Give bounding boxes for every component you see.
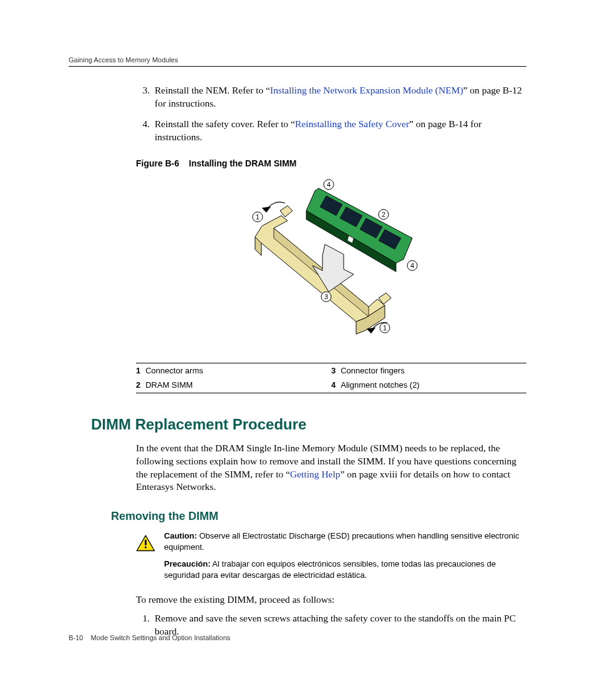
legend-4-num: 4 — [331, 378, 341, 393]
caution-es: Precaución: Al trabajar con equipos elec… — [164, 559, 526, 580]
svg-text:2: 2 — [382, 211, 385, 218]
link-nem[interactable]: Installing the Network Expansion Module … — [270, 85, 463, 95]
link-getting-help[interactable]: Getting Help — [290, 469, 341, 479]
legend-3-text: Connector fingers — [341, 363, 526, 378]
svg-marker-6 — [263, 207, 270, 212]
footer-page: B-10 — [69, 634, 83, 641]
running-head: Gaining Access to Memory Modules — [69, 56, 526, 64]
figure-number: Figure B-6 — [136, 158, 179, 168]
step-4: Reinstall the safety cover. Refer to “Re… — [152, 118, 526, 144]
remove-dimm-leadin: To remove the existing DIMM, proceed as … — [136, 593, 526, 607]
caution-triangle-icon — [136, 530, 155, 557]
legend-1-num: 1 — [136, 363, 145, 378]
step-3-pre: Reinstall the NEM. Refer to “ — [155, 85, 270, 95]
step-4-pre: Reinstall the safety cover. Refer to “ — [155, 118, 295, 129]
caution-en: Caution: Observe all Electrostatic Disch… — [164, 530, 526, 552]
section-title: DIMM Replacement Procedure — [91, 416, 526, 433]
caution-label: Caution: — [164, 531, 197, 540]
svg-text:4: 4 — [327, 181, 331, 188]
footer-label: Mode Switch Settings and Option Installa… — [90, 634, 230, 641]
svg-rect-30 — [145, 547, 147, 549]
header-rule — [69, 66, 526, 67]
legend-3-num: 3 — [331, 363, 341, 378]
legend-1-text: Connector arms — [145, 363, 331, 378]
caution-block: Caution: Observe all Electrostatic Disch… — [136, 530, 526, 587]
caution-body: Observe all Electrostatic Discharge (ESD… — [164, 531, 519, 552]
step-3: Reinstall the NEM. Refer to “Installing … — [152, 84, 526, 110]
svg-text:3: 3 — [324, 293, 328, 300]
precaucion-body: Al trabajar con equipos electrónicos sen… — [164, 559, 496, 580]
legend-2-num: 2 — [136, 378, 145, 393]
svg-marker-4 — [280, 206, 293, 217]
legend-2-text: DRAM SIMM — [145, 378, 331, 393]
svg-marker-7 — [367, 328, 375, 333]
legend-4-text: Alignment notches (2) — [341, 378, 526, 393]
figure-callout-legend: 1 Connector arms 3 Connector fingers 2 D… — [136, 363, 526, 393]
page-footer: B-10 Mode Switch Settings and Option Ins… — [69, 634, 230, 641]
svg-rect-29 — [145, 540, 147, 545]
figure-caption: Figure B-6 Installing the DRAM SIMM — [136, 158, 526, 170]
svg-text:4: 4 — [410, 262, 414, 269]
dram-simm-illustration: 1 1 2 3 4 4 — [225, 176, 437, 357]
remove-step-1-text: Remove and save the seven screws attachi… — [155, 613, 516, 636]
precaucion-label: Precaución: — [164, 559, 210, 568]
section-intro: In the event that the DRAM Single In-lin… — [136, 442, 526, 494]
subsection-title: Removing the DIMM — [111, 510, 526, 523]
link-safety-cover[interactable]: Reinstalling the Safety Cover — [295, 118, 409, 129]
svg-text:1: 1 — [383, 324, 387, 332]
svg-text:1: 1 — [256, 213, 259, 221]
top-steps-list: Reinstall the NEM. Refer to “Installing … — [136, 84, 526, 144]
figure-b6: 1 1 2 3 4 4 — [136, 176, 526, 357]
figure-title: Installing the DRAM SIMM — [189, 158, 297, 168]
